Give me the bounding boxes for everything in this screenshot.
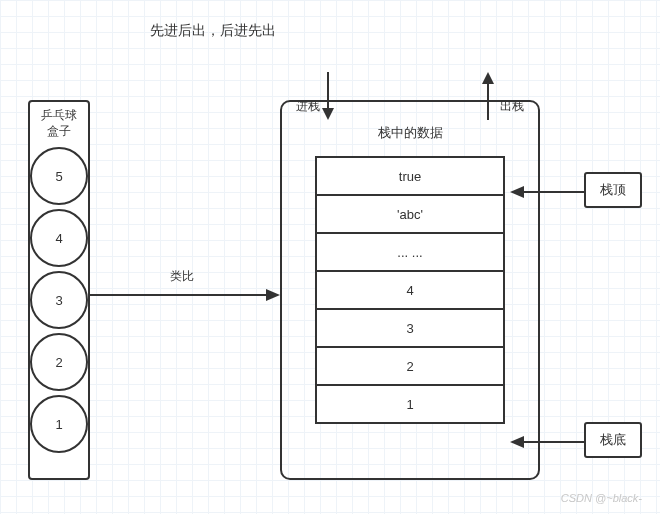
ball: 2 [30, 333, 88, 391]
analogy-arrow-icon [90, 285, 280, 305]
pingpong-box: 乒乓球 盒子 5 4 3 2 1 [28, 100, 90, 480]
svg-marker-5 [482, 72, 494, 84]
stack-cell: 1 [317, 384, 503, 422]
analogy-label: 类比 [170, 268, 194, 285]
diagram-title: 先进后出，后进先出 [150, 22, 276, 40]
stack-cell: 2 [317, 346, 503, 384]
pingpong-label-line2: 盒子 [41, 124, 77, 140]
stack-cell: 'abc' [317, 194, 503, 232]
ball: 5 [30, 147, 88, 205]
ball-list: 5 4 3 2 1 [30, 143, 88, 478]
pingpong-label: 乒乓球 盒子 [41, 102, 77, 143]
pingpong-label-line1: 乒乓球 [41, 108, 77, 124]
svg-marker-7 [510, 186, 524, 198]
svg-marker-1 [266, 289, 280, 301]
watermark: CSDN @~black- [561, 492, 642, 504]
ball: 1 [30, 395, 88, 453]
ball: 3 [30, 271, 88, 329]
stack-cell: true [317, 156, 503, 194]
stack-cell: 4 [317, 270, 503, 308]
stack-top-tag: 栈顶 [584, 172, 642, 208]
stack-container: 栈中的数据 true 'abc' ... ... 4 3 2 1 [280, 100, 540, 480]
stack-cells: true 'abc' ... ... 4 3 2 1 [315, 156, 505, 424]
stack-cell: 3 [317, 308, 503, 346]
top-arrow-icon [510, 184, 584, 200]
stack-cell: ... ... [317, 232, 503, 270]
stack-title: 栈中的数据 [378, 102, 443, 156]
svg-marker-9 [510, 436, 524, 448]
bottom-arrow-icon [510, 434, 584, 450]
stack-bottom-tag: 栈底 [584, 422, 642, 458]
ball: 4 [30, 209, 88, 267]
